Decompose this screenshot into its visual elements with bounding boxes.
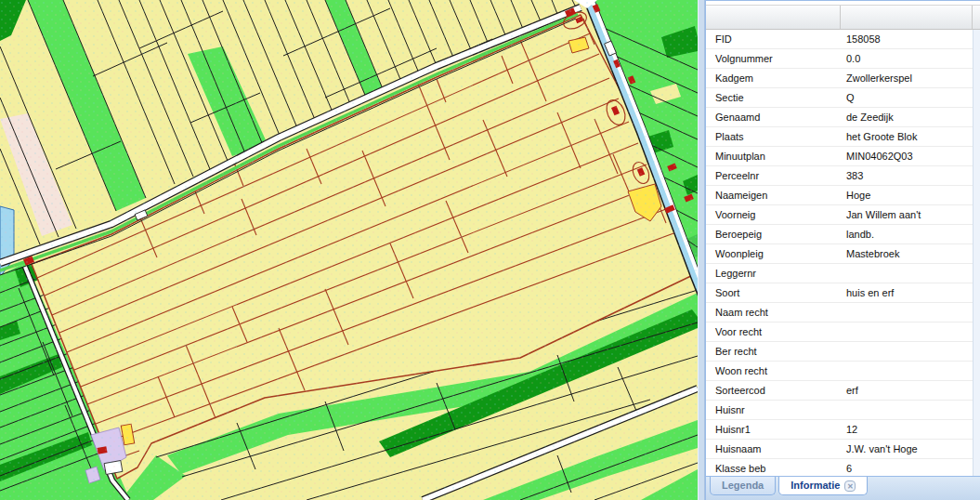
grid-row[interactable]: Volgnummer0.0 bbox=[706, 49, 980, 69]
field-value bbox=[841, 303, 980, 322]
grid-header-spacer bbox=[973, 6, 980, 29]
field-label: FID bbox=[706, 30, 841, 48]
grid-row[interactable]: Sorteercoderf bbox=[706, 381, 980, 401]
grid-row[interactable]: Voor recht bbox=[706, 322, 980, 342]
field-value: Q bbox=[841, 88, 980, 107]
grid-row[interactable]: Huisnr112 bbox=[706, 420, 980, 440]
info-panel: FID158058Volgnummer0.0KadgemZwollerkersp… bbox=[705, 0, 980, 500]
tab-close-icon[interactable]: ✕ bbox=[844, 480, 856, 492]
grid-row[interactable]: Klasse beb6 bbox=[706, 459, 980, 476]
field-value: de Zeedijk bbox=[841, 108, 980, 126]
field-label: Naameigen bbox=[706, 186, 841, 204]
field-label: Soort bbox=[706, 283, 841, 302]
field-value: huis en erf bbox=[841, 283, 980, 302]
grid-row[interactable]: Beroepeiglandb. bbox=[706, 225, 980, 244]
grid-row[interactable]: Genaamdde Zeedijk bbox=[706, 108, 980, 127]
field-value: Mastebroek bbox=[841, 244, 980, 263]
grid-header-value-column[interactable] bbox=[841, 6, 973, 29]
tab-informatie-label: Informatie bbox=[791, 477, 840, 494]
field-label: Genaamd bbox=[706, 108, 841, 126]
field-value: J.W. van't Hoge bbox=[841, 440, 980, 458]
grid-row[interactable]: Woon recht bbox=[706, 362, 980, 381]
grid-row[interactable]: Soorthuis en erf bbox=[706, 283, 980, 303]
field-value bbox=[841, 362, 980, 380]
grid-row[interactable]: HuisnaamJ.W. van't Hoge bbox=[706, 440, 980, 459]
grid-row[interactable]: WoonpleigMastebroek bbox=[706, 244, 980, 264]
field-value: 158058 bbox=[841, 30, 980, 48]
field-label: Volgnummer bbox=[706, 49, 841, 68]
field-label: Voor recht bbox=[706, 322, 841, 341]
grid-row[interactable]: Huisnr bbox=[706, 401, 980, 420]
field-value: Jan Willem aan't bbox=[841, 205, 980, 224]
field-value bbox=[841, 401, 980, 419]
grid-row[interactable]: Ber recht bbox=[706, 342, 980, 362]
field-value: MIN04062Q03 bbox=[841, 147, 980, 165]
field-label: Plaats bbox=[706, 127, 841, 146]
grid-row[interactable]: Perceelnr383 bbox=[706, 166, 980, 186]
field-value: het Groote Blok bbox=[841, 127, 980, 146]
field-value: 383 bbox=[841, 166, 980, 185]
bottom-tabbar: Legenda Informatie ✕ bbox=[706, 476, 980, 500]
field-label: Perceelnr bbox=[706, 166, 841, 185]
field-label: Leggernr bbox=[706, 264, 841, 283]
grid-row[interactable]: VoorneigJan Willem aan't bbox=[706, 205, 980, 225]
grid-row[interactable]: Naam recht bbox=[706, 303, 980, 322]
grid-scrollbar[interactable] bbox=[973, 30, 980, 476]
grid-row[interactable]: MinuutplanMIN04062Q03 bbox=[706, 147, 980, 166]
field-value: Zwollerkerspel bbox=[841, 69, 980, 87]
field-value: 12 bbox=[841, 420, 980, 439]
field-label: Klasse beb bbox=[706, 459, 841, 476]
grid-row[interactable]: NaameigenHoge bbox=[706, 186, 980, 205]
grid-row[interactable]: KadgemZwollerkerspel bbox=[706, 69, 980, 88]
field-value bbox=[841, 342, 980, 361]
grid-row[interactable]: FID158058 bbox=[706, 30, 980, 49]
field-value bbox=[841, 322, 980, 341]
field-label: Beroepeig bbox=[706, 225, 841, 243]
field-label: Minuutplan bbox=[706, 147, 841, 165]
cadastral-map[interactable] bbox=[0, 0, 698, 500]
field-label: Huisnaam bbox=[706, 440, 841, 458]
field-label: Voorneig bbox=[706, 205, 841, 224]
app-window: FID158058Volgnummer0.0KadgemZwollerkersp… bbox=[0, 0, 980, 500]
field-label: Woon recht bbox=[706, 362, 841, 380]
grid-header bbox=[706, 5, 980, 30]
map-canvas[interactable] bbox=[0, 0, 698, 500]
field-value: Hoge bbox=[841, 186, 980, 204]
panel-splitter[interactable] bbox=[698, 0, 705, 500]
field-value: 0.0 bbox=[841, 49, 980, 68]
grid-row[interactable]: SectieQ bbox=[706, 88, 980, 108]
field-label: Huisnr1 bbox=[706, 420, 841, 439]
field-value: erf bbox=[841, 381, 980, 400]
field-label: Kadgem bbox=[706, 69, 841, 87]
tab-legenda[interactable]: Legenda bbox=[710, 477, 776, 495]
grid-row[interactable]: Plaatshet Groote Blok bbox=[706, 127, 980, 147]
field-label: Huisnr bbox=[706, 401, 841, 419]
field-value: 6 bbox=[841, 459, 980, 476]
grid-header-name-column[interactable] bbox=[706, 6, 841, 29]
field-label: Ber recht bbox=[706, 342, 841, 361]
tab-informatie[interactable]: Informatie ✕ bbox=[778, 477, 868, 495]
field-label: Naam recht bbox=[706, 303, 841, 322]
field-label: Sectie bbox=[706, 88, 841, 107]
attribute-grid[interactable]: FID158058Volgnummer0.0KadgemZwollerkersp… bbox=[706, 30, 980, 476]
grid-row[interactable]: Leggernr bbox=[706, 264, 980, 283]
field-label: Woonpleig bbox=[706, 244, 841, 263]
field-label: Sorteercod bbox=[706, 381, 841, 400]
field-value: landb. bbox=[841, 225, 980, 243]
field-value bbox=[841, 264, 980, 283]
tab-legenda-label: Legenda bbox=[722, 477, 764, 494]
